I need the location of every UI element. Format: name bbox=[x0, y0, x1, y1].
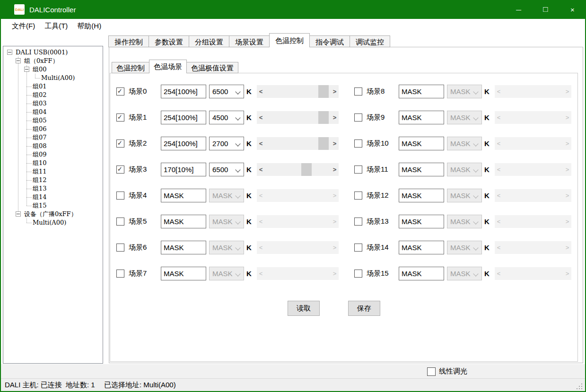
minimize-button[interactable]: ─ bbox=[505, 0, 532, 19]
scene-value-input[interactable] bbox=[399, 85, 444, 98]
scene-value-input[interactable] bbox=[399, 111, 444, 124]
scene-checkbox[interactable] bbox=[354, 244, 362, 252]
scene-checkbox[interactable] bbox=[354, 218, 362, 226]
scene-temp-value: MASK bbox=[450, 218, 471, 226]
resize-grip[interactable] bbox=[576, 383, 582, 389]
scene-checkbox[interactable] bbox=[354, 270, 362, 278]
scroll-left-arrow-icon[interactable] bbox=[257, 163, 265, 176]
tree-node[interactable]: 组07 bbox=[3, 133, 103, 142]
tree-node[interactable]: Multi(A00) bbox=[3, 74, 103, 82]
scrollbar-thumb[interactable] bbox=[318, 85, 329, 98]
tree-node[interactable]: 组04 bbox=[3, 108, 103, 116]
scene-value-input[interactable] bbox=[399, 215, 444, 228]
tree-node[interactable]: Multi(A00) bbox=[3, 218, 103, 227]
scene-temp-select[interactable]: 2700 bbox=[209, 137, 244, 150]
scene-checkbox[interactable] bbox=[354, 87, 362, 96]
scene-value-input[interactable] bbox=[399, 241, 444, 254]
scene-checkbox[interactable] bbox=[116, 218, 124, 226]
tree-expander-icon[interactable] bbox=[16, 211, 21, 217]
scene-checkbox[interactable] bbox=[354, 113, 362, 122]
maximize-button[interactable]: □ bbox=[532, 0, 559, 19]
scene-value-input[interactable] bbox=[399, 163, 444, 176]
tree-node[interactable]: 组12 bbox=[3, 176, 103, 184]
scene-temp-select[interactable]: 6500 bbox=[209, 85, 244, 98]
tree-node[interactable]: 组08 bbox=[3, 142, 103, 150]
scene-checkbox[interactable] bbox=[116, 139, 124, 148]
tree-node[interactable]: 组03 bbox=[3, 99, 103, 108]
tab-5[interactable]: 指令调试 bbox=[309, 35, 350, 47]
menu-item-0[interactable]: 文件(F) bbox=[7, 20, 40, 32]
scene-value-input[interactable] bbox=[161, 215, 206, 228]
scene-value-input[interactable] bbox=[161, 111, 206, 124]
tree-node[interactable]: 组01 bbox=[3, 82, 103, 91]
scroll-left-arrow-icon[interactable] bbox=[257, 137, 265, 150]
scrollbar-thumb[interactable] bbox=[301, 163, 312, 176]
scene-value-input[interactable] bbox=[399, 267, 444, 280]
scroll-right-arrow-icon[interactable] bbox=[331, 137, 339, 150]
scroll-right-arrow-icon[interactable] bbox=[331, 85, 339, 98]
scene-checkbox[interactable] bbox=[116, 244, 124, 252]
scene-temp-value: 6500 bbox=[212, 87, 228, 96]
tree-node[interactable]: 组11 bbox=[3, 167, 103, 176]
scene-scrollbar[interactable] bbox=[257, 137, 339, 150]
scene-temp-select[interactable]: 4500 bbox=[209, 111, 244, 124]
menu-item-2[interactable]: 帮助(H) bbox=[72, 20, 106, 32]
scene-scrollbar[interactable] bbox=[257, 111, 339, 124]
tree-node[interactable]: 组（0xFF） bbox=[3, 57, 103, 65]
scene-scrollbar[interactable] bbox=[257, 85, 339, 98]
tree-expander-icon[interactable] bbox=[16, 58, 21, 63]
scroll-right-arrow-icon[interactable] bbox=[331, 163, 339, 176]
scene-checkbox[interactable] bbox=[354, 166, 362, 174]
sub-tab-0[interactable]: 色温控制 bbox=[112, 62, 149, 73]
scene-checkbox[interactable] bbox=[116, 87, 124, 96]
scroll-right-arrow-icon[interactable] bbox=[331, 111, 339, 124]
menu-item-1[interactable]: 工具(T) bbox=[40, 20, 72, 32]
scrollbar-thumb[interactable] bbox=[318, 137, 329, 150]
scroll-left-arrow-icon[interactable] bbox=[257, 85, 265, 98]
scene-value-input[interactable] bbox=[161, 163, 206, 176]
tree-node[interactable]: 组14 bbox=[3, 193, 103, 201]
tree-node[interactable]: 组06 bbox=[3, 125, 103, 133]
tree-node[interactable]: 组13 bbox=[3, 184, 103, 193]
scene-checkbox[interactable] bbox=[116, 113, 124, 122]
tab-3[interactable]: 场景设置 bbox=[229, 35, 270, 47]
scene-value-input[interactable] bbox=[161, 241, 206, 254]
sub-tab-1[interactable]: 色温场景 bbox=[149, 60, 187, 73]
scene-value-input[interactable] bbox=[399, 137, 444, 150]
sub-tab-2[interactable]: 色温极值设置 bbox=[186, 62, 238, 73]
tree-expander-icon[interactable] bbox=[7, 50, 12, 55]
tree-node[interactable]: 组05 bbox=[3, 116, 103, 125]
tab-2[interactable]: 分组设置 bbox=[189, 35, 229, 47]
tree-node[interactable]: 组15 bbox=[3, 201, 103, 210]
close-button[interactable]: × bbox=[559, 0, 586, 19]
scene-value-input[interactable] bbox=[399, 189, 444, 202]
tree-node[interactable]: 组02 bbox=[3, 91, 103, 99]
tree-node[interactable]: 设备（广播0xFF） bbox=[3, 210, 103, 218]
scene-checkbox[interactable] bbox=[116, 270, 124, 278]
scene-value-input[interactable] bbox=[161, 267, 206, 280]
tree-node[interactable]: DALI USB(0001) bbox=[3, 48, 103, 57]
tree-node[interactable]: 组09 bbox=[3, 150, 103, 159]
scene-checkbox[interactable] bbox=[354, 139, 362, 148]
tab-4[interactable]: 色温控制 bbox=[269, 33, 310, 47]
linear-dimming-checkbox[interactable] bbox=[427, 367, 436, 376]
scene-value-input[interactable] bbox=[161, 85, 206, 98]
tab-6[interactable]: 调试监控 bbox=[350, 35, 390, 47]
scene-checkbox[interactable] bbox=[354, 192, 362, 200]
scene-row: 场景36500K bbox=[116, 162, 339, 177]
scene-scrollbar[interactable] bbox=[257, 163, 339, 176]
save-button[interactable]: 保存 bbox=[348, 301, 380, 316]
scene-checkbox[interactable] bbox=[116, 166, 124, 174]
scene-temp-select[interactable]: 6500 bbox=[209, 163, 244, 176]
tree-expander-icon[interactable] bbox=[24, 67, 29, 72]
scene-value-input[interactable] bbox=[161, 137, 206, 150]
tab-0[interactable]: 操作控制 bbox=[108, 35, 149, 47]
tree-node[interactable]: 组10 bbox=[3, 159, 103, 167]
scene-checkbox[interactable] bbox=[116, 192, 124, 200]
read-button[interactable]: 读取 bbox=[288, 301, 320, 316]
scene-value-input[interactable] bbox=[161, 189, 206, 202]
tab-1[interactable]: 参数设置 bbox=[149, 35, 189, 47]
scroll-left-arrow-icon[interactable] bbox=[257, 111, 265, 124]
scrollbar-thumb[interactable] bbox=[318, 111, 329, 124]
tree-node[interactable]: 组00 bbox=[3, 65, 103, 74]
